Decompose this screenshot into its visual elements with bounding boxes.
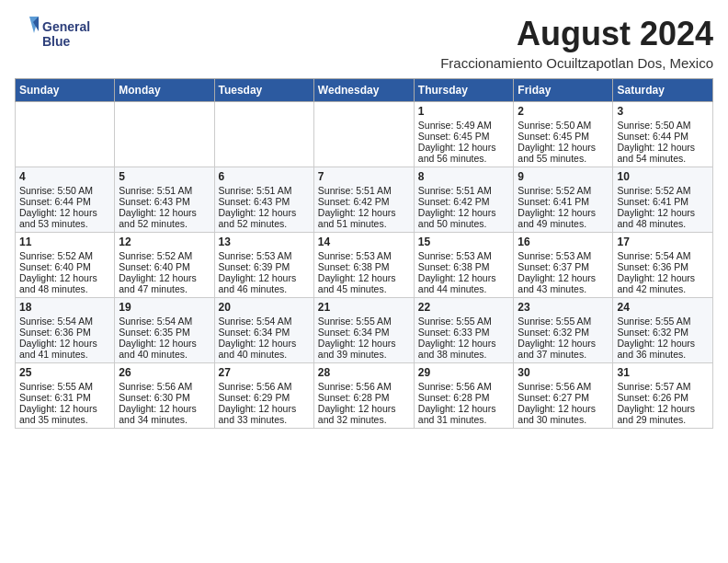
cell-text: Sunset: 6:36 PM — [617, 261, 709, 272]
cell-text: Daylight: 12 hours — [418, 272, 510, 283]
cell-text: Sunrise: 5:53 AM — [418, 250, 510, 261]
cell-text: Sunset: 6:42 PM — [318, 196, 410, 207]
day-number: 5 — [119, 170, 210, 183]
general-blue-logo: General Blue — [15, 15, 97, 53]
cell-text: Sunset: 6:37 PM — [518, 261, 609, 272]
cell-text: Sunset: 6:45 PM — [518, 131, 609, 142]
cell-text: Daylight: 12 hours — [318, 272, 410, 283]
page-header: General Blue August 2024 Fraccionamiento… — [15, 15, 713, 71]
cell-text: Sunset: 6:28 PM — [418, 392, 510, 403]
cell-text: and 39 minutes. — [318, 349, 410, 360]
cell-text: and 56 minutes. — [418, 153, 510, 164]
cell-text: Sunrise: 5:54 AM — [617, 250, 709, 261]
day-number: 14 — [318, 236, 410, 248]
logo: General Blue — [15, 15, 97, 53]
day-number: 17 — [617, 236, 709, 248]
cell-text: Daylight: 12 hours — [318, 207, 410, 218]
calendar-cell: 29Sunrise: 5:56 AMSunset: 6:28 PMDayligh… — [414, 363, 514, 429]
cell-text: Sunset: 6:38 PM — [418, 261, 510, 272]
cell-text: Sunrise: 5:51 AM — [418, 185, 510, 196]
cell-text: Daylight: 12 hours — [617, 272, 709, 283]
cell-text: Sunrise: 5:53 AM — [318, 250, 410, 261]
cell-text: Daylight: 12 hours — [19, 207, 110, 218]
calendar-table: SundayMondayTuesdayWednesdayThursdayFrid… — [15, 78, 713, 429]
cell-text: Sunrise: 5:56 AM — [418, 381, 510, 392]
cell-text: Sunrise: 5:50 AM — [19, 185, 110, 196]
day-number: 15 — [418, 236, 510, 248]
day-number: 22 — [418, 301, 510, 314]
calendar-cell: 10Sunrise: 5:52 AMSunset: 6:41 PMDayligh… — [613, 167, 713, 233]
cell-text: and 41 minutes. — [19, 349, 110, 360]
cell-text: Sunset: 6:26 PM — [617, 392, 709, 403]
cell-text: Sunset: 6:30 PM — [119, 392, 210, 403]
cell-text: and 31 minutes. — [418, 414, 510, 425]
cell-text: Daylight: 12 hours — [19, 272, 110, 283]
cell-text: Sunrise: 5:51 AM — [119, 185, 210, 196]
day-number: 31 — [617, 366, 709, 379]
cell-text: Daylight: 12 hours — [318, 403, 410, 414]
cell-text: Daylight: 12 hours — [19, 403, 110, 414]
day-number: 20 — [219, 301, 310, 314]
day-of-week-header: Saturday — [613, 79, 713, 102]
day-number: 9 — [518, 170, 609, 183]
cell-text: and 37 minutes. — [518, 349, 609, 360]
day-number: 24 — [617, 301, 709, 314]
cell-text: and 43 minutes. — [518, 283, 609, 294]
cell-text: and 49 minutes. — [518, 218, 609, 229]
month-year-title: August 2024 — [440, 15, 713, 53]
cell-text: Sunrise: 5:56 AM — [219, 381, 310, 392]
cell-text: Sunrise: 5:56 AM — [318, 381, 410, 392]
day-of-week-header: Monday — [115, 79, 214, 102]
calendar-cell: 4Sunrise: 5:50 AMSunset: 6:44 PMDaylight… — [16, 167, 115, 233]
cell-text: Sunset: 6:40 PM — [19, 261, 110, 272]
day-number: 23 — [518, 301, 609, 314]
calendar-cell: 9Sunrise: 5:52 AMSunset: 6:41 PMDaylight… — [514, 167, 613, 233]
svg-text:Blue: Blue — [42, 34, 71, 49]
cell-text: Daylight: 12 hours — [617, 338, 709, 349]
cell-text: Sunrise: 5:55 AM — [518, 316, 609, 327]
day-number: 13 — [219, 236, 310, 248]
calendar-cell: 3Sunrise: 5:50 AMSunset: 6:44 PMDaylight… — [613, 102, 713, 167]
cell-text: Sunset: 6:27 PM — [518, 392, 609, 403]
day-number: 6 — [219, 170, 310, 183]
cell-text: Sunset: 6:32 PM — [617, 327, 709, 338]
calendar-cell: 17Sunrise: 5:54 AMSunset: 6:36 PMDayligh… — [613, 233, 713, 298]
calendar-cell: 8Sunrise: 5:51 AMSunset: 6:42 PMDaylight… — [414, 167, 514, 233]
cell-text: and 52 minutes. — [119, 218, 210, 229]
cell-text: Sunset: 6:33 PM — [418, 327, 510, 338]
day-of-week-header: Thursday — [414, 79, 514, 102]
calendar-week-row: 1Sunrise: 5:49 AMSunset: 6:45 PMDaylight… — [16, 102, 713, 167]
calendar-cell: 14Sunrise: 5:53 AMSunset: 6:38 PMDayligh… — [313, 233, 414, 298]
day-number: 19 — [119, 301, 210, 314]
cell-text: and 53 minutes. — [19, 218, 110, 229]
cell-text: Sunset: 6:36 PM — [19, 327, 110, 338]
cell-text: Daylight: 12 hours — [418, 142, 510, 153]
calendar-week-row: 11Sunrise: 5:52 AMSunset: 6:40 PMDayligh… — [16, 233, 713, 298]
cell-text: Sunrise: 5:53 AM — [219, 250, 310, 261]
cell-text: and 51 minutes. — [318, 218, 410, 229]
calendar-cell: 18Sunrise: 5:54 AMSunset: 6:36 PMDayligh… — [16, 298, 115, 363]
cell-text: and 45 minutes. — [318, 283, 410, 294]
day-number: 26 — [119, 366, 210, 379]
cell-text: Sunset: 6:43 PM — [219, 196, 310, 207]
calendar-cell: 31Sunrise: 5:57 AMSunset: 6:26 PMDayligh… — [613, 363, 713, 429]
calendar-cell: 15Sunrise: 5:53 AMSunset: 6:38 PMDayligh… — [414, 233, 514, 298]
day-number: 2 — [518, 105, 609, 118]
cell-text: and 47 minutes. — [119, 283, 210, 294]
cell-text: Sunrise: 5:51 AM — [318, 185, 410, 196]
calendar-cell — [16, 102, 115, 167]
cell-text: Sunrise: 5:56 AM — [518, 381, 609, 392]
day-number: 12 — [119, 236, 210, 248]
day-of-week-header: Friday — [514, 79, 613, 102]
cell-text: Daylight: 12 hours — [518, 272, 609, 283]
cell-text: Sunrise: 5:54 AM — [119, 316, 210, 327]
day-number: 25 — [19, 366, 110, 379]
calendar-cell: 28Sunrise: 5:56 AMSunset: 6:28 PMDayligh… — [313, 363, 414, 429]
day-number: 1 — [418, 105, 510, 118]
cell-text: Sunrise: 5:50 AM — [617, 120, 709, 131]
cell-text: and 35 minutes. — [19, 414, 110, 425]
calendar-cell: 23Sunrise: 5:55 AMSunset: 6:32 PMDayligh… — [514, 298, 613, 363]
cell-text: and 48 minutes. — [617, 218, 709, 229]
cell-text: Sunset: 6:42 PM — [418, 196, 510, 207]
calendar-cell: 11Sunrise: 5:52 AMSunset: 6:40 PMDayligh… — [16, 233, 115, 298]
